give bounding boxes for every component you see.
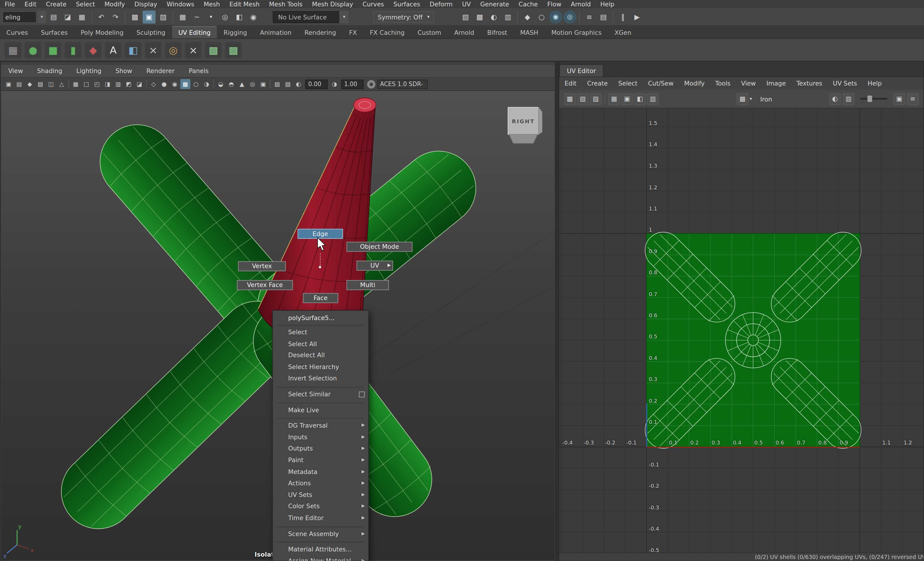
uv-editor-menu-item[interactable]: UV Sets	[828, 77, 862, 90]
context-menu-item[interactable]: Paint ▶	[273, 454, 368, 466]
marking-menu-multi[interactable]: Multi	[346, 280, 389, 290]
context-menu-item[interactable]: Outputs ▶	[273, 443, 368, 454]
hypershade-icon[interactable]: ◆	[521, 11, 534, 24]
camera-attributes-icon[interactable]: ▤	[14, 79, 24, 89]
marking-menu-vertex[interactable]: Vertex	[238, 261, 286, 271]
uv-lighting-icon[interactable]: ◐	[829, 93, 841, 105]
multi-cut-icon[interactable]: ×	[145, 41, 161, 58]
context-menu-item[interactable]: Color Sets ▶	[273, 501, 368, 512]
uv-editor-tab[interactable]: UV Editor	[559, 65, 603, 77]
viewport-menu-item[interactable]: Lighting	[69, 65, 108, 77]
make-live-icon[interactable]: ◉	[247, 11, 260, 24]
grease-pencil-icon[interactable]: △	[57, 79, 67, 89]
viewport-menu-item[interactable]: Show	[108, 65, 139, 77]
screen-space-ao-icon[interactable]: ◒	[216, 79, 226, 89]
context-menu-item[interactable]: Select Hierarchy	[273, 361, 368, 373]
shade-uvs-icon[interactable]: ◧	[634, 93, 646, 105]
snap-to-projected-center-icon[interactable]: ◎	[219, 11, 232, 24]
context-menu-item[interactable]: UV Sets ▶	[273, 489, 368, 501]
workspace-tab[interactable]: FX Caching	[363, 26, 411, 38]
context-menu-item[interactable]: Scene Assembly ▶	[273, 528, 368, 540]
context-menu-item[interactable]: DG Traversal ▶	[273, 420, 368, 432]
snap-to-view-planes-icon[interactable]: ◧	[232, 11, 246, 24]
uv-editor-menu-item[interactable]: Create	[582, 77, 613, 90]
green-cross-object[interactable]	[46, 110, 491, 544]
viewport-menu-item[interactable]: Panels	[182, 65, 216, 77]
save-scene-icon[interactable]: ▦	[75, 11, 88, 24]
snap-to-grids-icon[interactable]: ▦	[176, 11, 189, 24]
select-component-mode-icon[interactable]: ▨	[157, 11, 170, 24]
workspace-tab[interactable]: Curves	[0, 26, 34, 38]
textured-icon[interactable]: ▩	[180, 79, 190, 89]
uv-editor-menu-item[interactable]: Help	[862, 77, 887, 90]
ipr-render-icon[interactable]: ◐	[488, 11, 500, 24]
image-plane-icon[interactable]: ▧	[35, 79, 45, 89]
uv-image-icon[interactable]: ▥	[843, 93, 855, 105]
safe-title-icon[interactable]: ◪	[135, 79, 145, 89]
color-management-icon[interactable]: ◉	[367, 80, 375, 88]
menu-item[interactable]: Curves	[358, 0, 389, 8]
type-tool-icon[interactable]: A	[105, 41, 122, 58]
menu-item[interactable]: Mesh Tools	[264, 0, 307, 8]
workspace-tab[interactable]: Motion Graphics	[545, 26, 608, 38]
uv-canvas[interactable]: 1.51.41.31.21.110.90.80.70.60.50.40.30.2…	[559, 108, 923, 552]
menu-item[interactable]: Help	[596, 0, 619, 8]
uv-borders-icon[interactable]: ▥	[647, 93, 659, 105]
menu-item[interactable]: Create	[41, 0, 71, 8]
slider-handle[interactable]	[867, 95, 872, 102]
menu-item[interactable]: Arnold	[566, 0, 596, 8]
anti-aliasing-icon[interactable]: ▲	[237, 79, 247, 89]
uv-editor-menu-item[interactable]: Edit	[559, 77, 582, 90]
menu-item[interactable]: Select	[71, 0, 100, 8]
exposure-icon[interactable]: ◐	[294, 79, 304, 89]
menu-item[interactable]: Display	[129, 0, 162, 8]
menu-item[interactable]: Surfaces	[388, 0, 425, 8]
gpu-render-icon[interactable]: ◉	[549, 11, 562, 24]
uv-stacked-icon[interactable]: ▧	[577, 93, 589, 105]
render-current-frame-icon[interactable]: ▩	[473, 11, 486, 24]
menu-item[interactable]: UV	[457, 0, 476, 8]
context-menu-item[interactable]: Select Similar	[273, 388, 368, 400]
context-menu-item[interactable]: Material Attributes...	[273, 544, 368, 555]
target-weld-icon[interactable]: ◎	[165, 41, 182, 58]
menu-item[interactable]: Mesh Display	[308, 0, 358, 8]
context-menu-item[interactable]: Deselect All	[273, 350, 368, 361]
live-surface-field[interactable]: No Live Surface	[273, 11, 339, 23]
symmetry-dropdown[interactable]: Symmetry: Off ▾	[373, 11, 434, 23]
camera-lock-icon[interactable]: ▣	[3, 79, 14, 89]
workspace-tab[interactable]: Sculpting	[130, 26, 172, 38]
gamma-icon[interactable]: ◑	[330, 79, 340, 89]
uv-editor-menu-item[interactable]: Tools	[710, 77, 736, 90]
pause-icon[interactable]: ‖	[616, 11, 629, 24]
exposure-field[interactable]: 0.00	[305, 80, 328, 89]
workspace-tab[interactable]: Rigging	[217, 26, 254, 38]
workspace-tab[interactable]: MASH	[514, 26, 545, 38]
poly-sphere-icon[interactable]: ●	[25, 41, 41, 58]
uv-shell-mode-icon[interactable]: ▩	[564, 93, 576, 105]
uv-editor-menu-item[interactable]: Textures	[791, 77, 828, 90]
render-settings-icon[interactable]: ▥	[501, 11, 514, 24]
context-menu-item[interactable]: Select All	[273, 338, 368, 350]
joint-xray-icon[interactable]: ▧	[283, 79, 293, 89]
menu-item[interactable]: Deform	[425, 0, 458, 8]
workspace-tab[interactable]: Bifrost	[481, 26, 514, 38]
texture-select-dropdown[interactable]: ▩ ▾	[736, 93, 752, 105]
workspace-tab[interactable]: Poly Modeling	[74, 26, 130, 38]
context-menu-item[interactable]: Invert Selection	[273, 373, 368, 384]
menu-item[interactable]: Edit Mesh	[225, 0, 264, 8]
content-browser-icon[interactable]: ▤	[597, 11, 610, 24]
workspace-tab[interactable]: XGen	[608, 26, 638, 38]
grid-toggle-icon[interactable]: ▦	[71, 79, 81, 89]
viewport-menu-item[interactable]: Renderer	[140, 65, 182, 77]
texture-dim-slider[interactable]	[860, 98, 888, 100]
workspace-tab[interactable]: UV Editing	[172, 26, 217, 38]
render-view-icon[interactable]: ▧	[459, 11, 472, 24]
menu-item[interactable]: Flow	[542, 0, 566, 8]
poly-plane-icon[interactable]: ◆	[85, 41, 101, 58]
film-gate-icon[interactable]: □	[81, 79, 92, 89]
light-editor-icon[interactable]: ○	[535, 11, 548, 24]
context-menu-item[interactable]: Actions ▶	[273, 478, 368, 489]
snap-to-points-icon[interactable]: •	[204, 11, 218, 24]
mirror-icon[interactable]: ◧	[125, 41, 141, 58]
poly-cube-icon[interactable]: ■	[45, 41, 62, 58]
